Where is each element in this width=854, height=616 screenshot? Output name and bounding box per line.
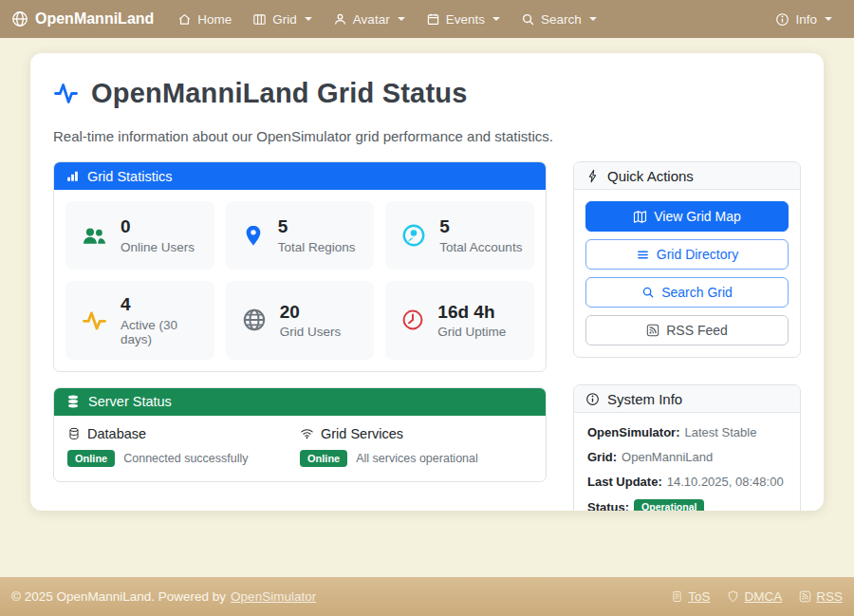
info-label: Last Update: bbox=[587, 475, 662, 489]
service-description: Connected successfully bbox=[123, 452, 248, 465]
list-icon bbox=[636, 248, 650, 262]
stat-value: 5 bbox=[439, 216, 522, 238]
stat-value: 20 bbox=[280, 302, 342, 324]
nav-item-grid[interactable]: Grid bbox=[242, 7, 323, 32]
system-info-panel: System Info OpenSimulator: Latest Stable… bbox=[573, 384, 801, 511]
chevron-down-icon bbox=[398, 17, 405, 21]
button-label: Grid Directory bbox=[657, 247, 738, 262]
info-row-last-update: Last Update: 14.10.2025, 08:48:00 bbox=[587, 475, 787, 489]
rss-icon bbox=[646, 324, 659, 337]
bar-chart-icon bbox=[65, 169, 80, 183]
brand-label: OpenManniLand bbox=[35, 10, 154, 28]
nav-label: Grid bbox=[272, 12, 297, 27]
stats-grid: 0 Online Users 5 Total Regions bbox=[54, 190, 546, 371]
page-title: OpenManniLand Grid Status bbox=[91, 78, 468, 109]
nav-item-search[interactable]: Search bbox=[511, 7, 607, 32]
shield-icon bbox=[727, 590, 739, 603]
info-label: Status: bbox=[587, 500, 629, 511]
chevron-down-icon bbox=[589, 17, 597, 21]
rss-feed-button[interactable]: RSS Feed bbox=[585, 315, 789, 345]
navbar-right: Info bbox=[765, 7, 843, 32]
panel-title: Grid Statistics bbox=[87, 169, 172, 184]
footer-copyright: © 2025 OpenManniLand. Powered by OpenSim… bbox=[11, 589, 316, 604]
info-value: OpenManniLand bbox=[622, 450, 713, 464]
server-status-header: Server Status bbox=[54, 388, 546, 416]
nav-item-home[interactable]: Home bbox=[167, 7, 242, 32]
search-grid-button[interactable]: Search Grid bbox=[585, 277, 789, 308]
grid-statistics-panel: Grid Statistics 0 Online Users bbox=[53, 161, 547, 372]
stat-label: Grid Users bbox=[280, 325, 342, 339]
navbar-menu: Home Grid Avatar Events bbox=[167, 7, 606, 32]
activity-icon bbox=[53, 81, 79, 106]
page-title-row: OpenManniLand Grid Status bbox=[53, 78, 801, 109]
service-grid-services: Grid Services Online All services operat… bbox=[300, 426, 532, 467]
operational-badge: Operational bbox=[634, 499, 704, 511]
wifi-icon bbox=[300, 426, 314, 440]
service-name: Grid Services bbox=[321, 426, 403, 441]
info-circle-icon bbox=[775, 12, 789, 27]
status-badge: Online bbox=[67, 450, 115, 467]
service-database: Database Online Connected successfully bbox=[67, 426, 300, 467]
chevron-down-icon bbox=[305, 17, 312, 21]
stat-value: 16d 4h bbox=[437, 302, 506, 324]
footer-link-label: RSS bbox=[816, 589, 843, 604]
view-grid-map-button[interactable]: View Grid Map bbox=[585, 201, 789, 232]
search-icon bbox=[641, 286, 655, 299]
globe-icon bbox=[242, 308, 267, 332]
stat-label: Grid Uptime bbox=[437, 325, 506, 339]
nav-item-events[interactable]: Events bbox=[416, 7, 511, 32]
brand-home-link[interactable]: OpenManniLand bbox=[11, 10, 154, 28]
stat-label: Online Users bbox=[121, 240, 195, 254]
stat-value: 0 bbox=[121, 216, 195, 238]
nav-item-avatar[interactable]: Avatar bbox=[323, 7, 416, 32]
status-badge: Online bbox=[300, 450, 347, 467]
system-info-header: System Info bbox=[574, 385, 800, 413]
info-label: Grid: bbox=[587, 450, 617, 464]
stat-label: Total Accounts bbox=[439, 240, 522, 254]
stat-active-30-days: 4 Active (30 days) bbox=[65, 281, 214, 360]
page-body: OpenManniLand Grid Status Real-time info… bbox=[0, 38, 854, 577]
database-icon bbox=[65, 394, 81, 409]
file-text-icon bbox=[671, 590, 683, 603]
nav-label: Home bbox=[197, 12, 232, 27]
panel-title: Server Status bbox=[88, 394, 172, 409]
top-navbar: OpenManniLand Home Grid Avatar bbox=[0, 0, 854, 38]
page-footer: © 2025 OpenManniLand. Powered by OpenSim… bbox=[0, 577, 854, 616]
chevron-down-icon bbox=[492, 17, 500, 21]
stat-grid-users: 20 Grid Users bbox=[226, 281, 375, 360]
calendar-icon bbox=[426, 12, 440, 27]
opensimulator-link[interactable]: OpenSimulator bbox=[231, 589, 316, 604]
button-label: Search Grid bbox=[661, 285, 733, 300]
person-icon bbox=[333, 12, 347, 27]
service-description: All services operational bbox=[356, 452, 478, 465]
nav-label: Search bbox=[541, 12, 582, 27]
activity-icon bbox=[82, 308, 107, 333]
info-label: OpenSimulator: bbox=[587, 425, 680, 439]
chevron-down-icon bbox=[825, 17, 832, 21]
grid-statistics-header: Grid Statistics bbox=[54, 162, 546, 190]
rss-link[interactable]: RSS bbox=[799, 589, 843, 604]
footer-links: ToS DMCA RSS bbox=[671, 589, 843, 604]
grid-directory-button[interactable]: Grid Directory bbox=[585, 239, 789, 270]
search-icon bbox=[521, 12, 535, 27]
stat-value: 4 bbox=[121, 294, 203, 316]
stat-online-users: 0 Online Users bbox=[65, 201, 214, 270]
nav-item-info[interactable]: Info bbox=[765, 7, 843, 32]
services-grid: Database Online Connected successfully bbox=[54, 416, 546, 481]
stat-label: Active (30 days) bbox=[121, 318, 203, 346]
dmca-link[interactable]: DMCA bbox=[727, 589, 782, 604]
left-column: Grid Statistics 0 Online Users bbox=[53, 161, 547, 511]
info-value: Latest Stable bbox=[685, 425, 757, 439]
info-row-opensimulator: OpenSimulator: Latest Stable bbox=[587, 425, 787, 439]
stat-label: Total Regions bbox=[278, 240, 356, 254]
nav-label: Events bbox=[446, 12, 485, 27]
stat-total-regions: 5 Total Regions bbox=[226, 201, 375, 270]
tos-link[interactable]: ToS bbox=[671, 589, 710, 604]
person-circle-icon bbox=[401, 223, 426, 248]
database-icon bbox=[67, 427, 81, 440]
footer-link-label: ToS bbox=[688, 589, 710, 604]
button-label: View Grid Map bbox=[654, 209, 741, 224]
map-icon bbox=[633, 210, 647, 224]
copyright-text: © 2025 OpenManniLand. Powered by bbox=[11, 589, 226, 604]
button-label: RSS Feed bbox=[666, 323, 728, 338]
